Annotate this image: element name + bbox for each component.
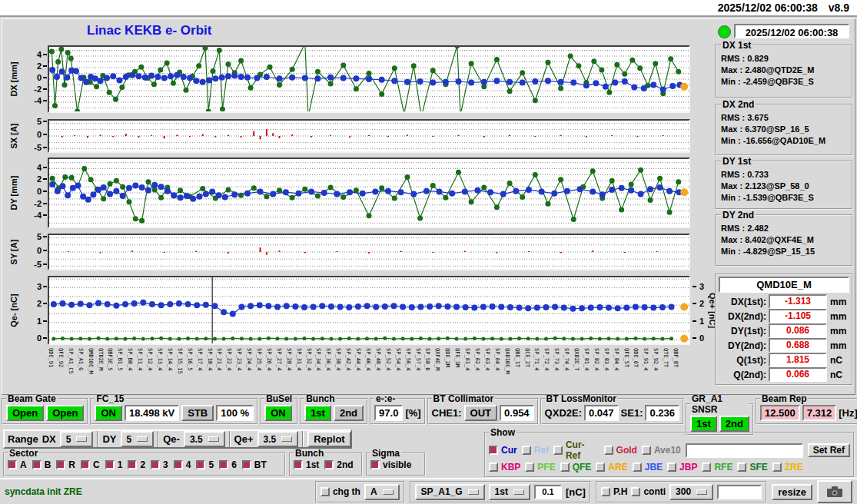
bunch-2nd-checkbox[interactable]: 2nd (324, 459, 353, 470)
range-dx-dropdown[interactable]: 5 (60, 431, 94, 447)
reference-name-input[interactable] (686, 443, 803, 458)
bpm-label: QDE_91 (48, 348, 54, 367)
max-value: 6.370@SP_16_5 (745, 124, 809, 134)
show-ave10-checkbox[interactable]: Ave10 (642, 445, 681, 456)
stat-group-title: DX 1st (721, 40, 752, 51)
monitor-name[interactable]: QMD10E_M (719, 277, 849, 293)
show-jbe-checkbox[interactable]: JBE (633, 462, 663, 472)
group-title: e-:e- (374, 393, 397, 404)
bpm-label: SP_71_4 (533, 348, 540, 371)
range-qe-minus-dropdown[interactable]: 3.5 (184, 431, 225, 447)
bpm-label: SP_23_4 (236, 348, 242, 371)
group-title: Sigma (370, 448, 401, 459)
max-label: Max : (721, 65, 742, 75)
beam-gate-open-button-2[interactable]: Open (46, 405, 84, 421)
fc15-percent-field[interactable]: 100 % (216, 405, 254, 421)
show-jbp-checkbox[interactable]: JBP (667, 462, 697, 472)
conti-checkbox[interactable]: conti (631, 486, 666, 497)
bunch-2nd-button[interactable]: 2nd (334, 405, 364, 421)
show-kbp-checkbox[interactable]: KBP (489, 462, 520, 472)
camera-icon (827, 486, 842, 497)
bpm-label: SP_A1_G (78, 348, 84, 371)
show-cur-checkbox[interactable]: Cur (489, 445, 517, 456)
dy-orbit-plot (48, 158, 690, 228)
threshold-input[interactable] (534, 485, 562, 499)
sector-checkbox-a[interactable]: A (8, 459, 27, 470)
chg-th-sector-dropdown[interactable]: A (364, 484, 400, 500)
divider (158, 431, 159, 447)
sector-checkbox-4[interactable]: 4 (174, 459, 191, 470)
resize-button[interactable]: resize (772, 484, 812, 500)
checkbox-label: 4 (186, 459, 191, 470)
checkbox-label: Gold (616, 445, 637, 456)
count-input[interactable] (717, 485, 762, 499)
bunch-1st-button[interactable]: 1st (304, 405, 331, 421)
fc15-stb-button[interactable]: STB (181, 405, 214, 421)
bunch-1st-checkbox[interactable]: 1st (294, 459, 319, 470)
show-pfe-checkbox[interactable]: PFE (525, 462, 555, 472)
che1-state-button[interactable]: OUT (464, 405, 497, 421)
show-qfe-checkbox[interactable]: QFE (560, 462, 592, 472)
ph-checkbox[interactable]: P.H (601, 486, 627, 497)
busel-on-button[interactable]: ON (264, 405, 292, 421)
show-ref-checkbox[interactable]: Ref (522, 445, 549, 456)
stat-group-dx-1st: DX 1st RMS : 0.829 Max : 2.480@QTD2E_M M… (715, 40, 853, 98)
checkbox-label: PFE (537, 462, 555, 472)
monitor-row-unit: mm (830, 340, 846, 351)
set-ref-button[interactable]: Set Ref (808, 443, 850, 457)
beam-gate-open-button-1[interactable]: Open (6, 405, 44, 421)
sector-checkbox-bt[interactable]: BT (242, 459, 267, 470)
sector-checkbox-r[interactable]: R (56, 459, 75, 470)
range-dy-label: DY (102, 433, 116, 445)
beam-rep-hz-unit: [Hz] (839, 407, 857, 419)
range-qem-label: Qe- (163, 433, 180, 445)
orbit-monitor-window: 2025/12/02 06:00:38v8.9 Linac KEKB e- Or… (0, 0, 857, 504)
show-cur-ref-checkbox[interactable]: Cur-Ref (553, 439, 600, 461)
sector-checkbox-3[interactable]: 3 (151, 459, 168, 470)
fc15-on-button[interactable]: ON (95, 405, 122, 421)
sector-group: Sector A B R C 1 2 3 4 5 6 BT (3, 448, 286, 476)
sector-checkbox-c[interactable]: C (81, 459, 100, 470)
ee-ratio-group: e-:e- 97.0 [%] (370, 393, 426, 425)
checkbox-indicator (702, 463, 711, 472)
chg-th-checkbox[interactable]: chg th (321, 486, 360, 497)
rms-value: 3.675 (747, 113, 769, 122)
checkbox-indicator (642, 446, 651, 455)
sector-checkbox-5[interactable]: 5 (196, 459, 214, 470)
group-title: Bunch (294, 448, 325, 459)
show-zre-checkbox[interactable]: ZRE (772, 462, 803, 472)
dropdown-value: 5 (66, 434, 71, 445)
bpm-label: SP_57_4 (415, 348, 421, 371)
bpm-label: SP_84_4 (613, 348, 619, 371)
sector-checkbox-1[interactable]: 1 (105, 459, 123, 470)
checkbox-indicator (489, 446, 498, 455)
interval-dropdown[interactable]: 300 (669, 484, 713, 500)
monitor-row: Q(2nd):0.066nC (719, 367, 849, 382)
monitor-row-value: 0.086 (769, 323, 827, 338)
ee-ratio-field[interactable]: 97.0 (374, 405, 403, 421)
group-title: Beam Gate (6, 393, 58, 404)
bpm-label: SP_B8_4 (127, 348, 133, 371)
dropdown-value: 3.5 (264, 434, 277, 445)
show-gold-checkbox[interactable]: Gold (604, 445, 637, 456)
fc15-kv-field[interactable]: 18.498 kV (125, 405, 179, 421)
sector-checkbox-2[interactable]: 2 (128, 459, 145, 470)
sector-checkbox-b[interactable]: B (32, 459, 51, 470)
show-rfe-checkbox[interactable]: RFE (702, 462, 732, 472)
sigma-visible-checkbox[interactable]: visible (370, 459, 411, 470)
monitor-row: DY(2nd):0.688mm (719, 338, 849, 353)
beam-gate-group: Beam Gate Open Open (2, 393, 88, 425)
bpm-label: SP_46_4 (365, 348, 371, 371)
range-dy-dropdown[interactable]: 5 (121, 431, 154, 447)
checkbox-indicator (489, 463, 498, 472)
sector-checkbox-6[interactable]: 6 (219, 459, 237, 470)
show-sfe-checkbox[interactable]: SFE (737, 462, 767, 472)
replot-button[interactable]: Replot (307, 431, 350, 447)
range-qe-plus-dropdown[interactable]: 3.5 (257, 431, 299, 447)
bpm-label: QBF3E_S (107, 348, 113, 371)
bpm-dropdown[interactable]: SP_A1_G (415, 484, 485, 500)
show-are-checkbox[interactable]: ARE (596, 462, 627, 472)
screenshot-button[interactable] (817, 480, 852, 503)
monitor-row: Q(1st):1.815nC (719, 353, 849, 367)
bunch-dropdown[interactable]: 1st (489, 484, 530, 500)
